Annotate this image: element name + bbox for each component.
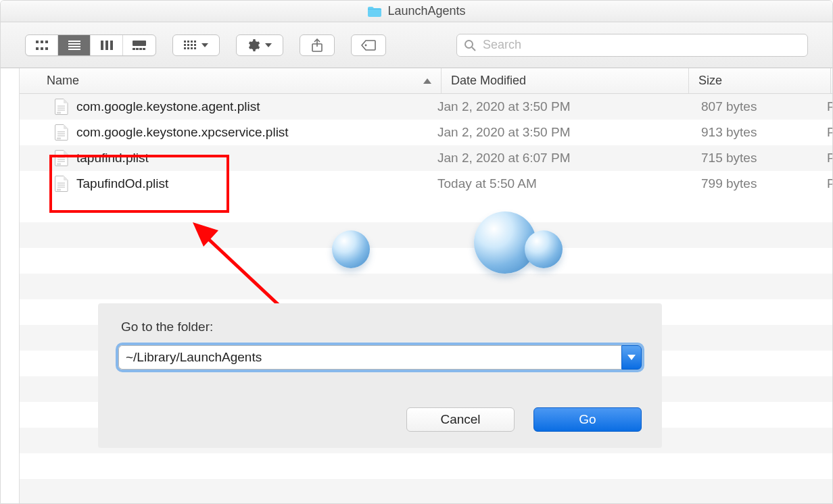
svg-rect-48 xyxy=(57,189,61,191)
chevron-down-icon xyxy=(265,43,272,47)
go-to-folder-combo xyxy=(118,345,642,370)
file-kind: Pr xyxy=(812,99,832,114)
finder-window: LaunchAgents xyxy=(0,0,833,504)
file-date: Jan 2, 2020 at 3:50 PM xyxy=(423,99,670,114)
svg-rect-12 xyxy=(110,41,113,50)
file-date: Jan 2, 2020 at 3:50 PM xyxy=(423,125,670,140)
view-list-button[interactable] xyxy=(58,35,91,55)
svg-rect-20 xyxy=(191,41,193,43)
share-icon xyxy=(312,39,323,52)
search-input[interactable] xyxy=(481,37,801,53)
go-to-folder-label: Go to the folder: xyxy=(118,320,642,334)
action-menu-button[interactable] xyxy=(236,34,283,56)
svg-rect-21 xyxy=(194,41,196,43)
go-button-label: Go xyxy=(579,412,596,427)
svg-rect-29 xyxy=(194,47,196,49)
window-title: LaunchAgents xyxy=(387,4,465,18)
file-row[interactable]: com.google.keystone.agent.plistJan 2, 20… xyxy=(20,94,832,120)
search-field[interactable] xyxy=(456,34,808,57)
file-kind: Pr xyxy=(812,125,832,140)
titlebar: LaunchAgents xyxy=(1,1,832,22)
go-button[interactable]: Go xyxy=(533,407,642,432)
file-row[interactable]: tapufind.plistJan 2, 2020 at 6:07 PM715 … xyxy=(20,145,832,171)
cancel-button-label: Cancel xyxy=(440,412,480,427)
svg-rect-44 xyxy=(57,163,61,166)
cancel-button[interactable]: Cancel xyxy=(406,407,515,432)
svg-rect-23 xyxy=(187,44,189,46)
column-date-header[interactable]: Date Modified xyxy=(442,68,689,93)
file-size: 913 bytes xyxy=(670,125,812,140)
chevron-down-icon xyxy=(627,355,636,360)
svg-point-32 xyxy=(465,41,473,48)
svg-rect-2 xyxy=(45,41,48,43)
arrange-menu-button[interactable] xyxy=(172,34,220,56)
svg-rect-40 xyxy=(57,138,61,140)
tags-button[interactable] xyxy=(351,34,386,56)
sort-indicator-icon xyxy=(423,78,431,84)
search-icon xyxy=(464,39,476,51)
svg-rect-24 xyxy=(191,44,193,46)
column-date-label: Date Modified xyxy=(451,74,526,88)
sidebar-gutter xyxy=(1,68,20,503)
go-to-folder-input[interactable] xyxy=(118,345,621,370)
view-gallery-button[interactable] xyxy=(123,35,156,55)
chevron-down-icon xyxy=(201,43,208,47)
share-button[interactable] xyxy=(300,34,335,56)
file-row[interactable]: TapufindOd.plistToday at 5:50 AM799 byte… xyxy=(20,171,832,197)
svg-rect-8 xyxy=(68,46,80,47)
svg-rect-9 xyxy=(68,49,80,50)
toolbar xyxy=(1,22,832,68)
file-kind: Pr xyxy=(812,151,832,166)
svg-rect-17 xyxy=(143,48,145,50)
file-size: 799 bytes xyxy=(670,176,812,191)
folder-icon xyxy=(367,5,382,18)
file-date: Jan 2, 2020 at 6:07 PM xyxy=(423,151,670,166)
go-to-folder-dropdown-button[interactable] xyxy=(621,345,642,370)
svg-rect-11 xyxy=(105,41,108,50)
file-name: tapufind.plist xyxy=(76,151,149,166)
svg-rect-4 xyxy=(41,47,43,50)
grid-icon xyxy=(184,41,196,50)
svg-rect-18 xyxy=(184,41,186,43)
svg-rect-26 xyxy=(184,47,186,49)
svg-rect-7 xyxy=(68,43,80,45)
svg-rect-10 xyxy=(101,41,103,50)
column-size-label: Size xyxy=(698,74,722,88)
file-size: 715 bytes xyxy=(670,151,812,166)
svg-rect-6 xyxy=(68,41,80,42)
svg-rect-3 xyxy=(36,47,39,50)
go-to-folder-sheet: Go to the folder: Cancel Go xyxy=(98,303,662,448)
column-name-label: Name xyxy=(47,74,79,88)
svg-rect-14 xyxy=(133,48,135,50)
plist-file-icon xyxy=(55,99,68,115)
plist-file-icon xyxy=(55,176,68,192)
svg-rect-5 xyxy=(45,47,48,50)
file-name: com.google.keystone.agent.plist xyxy=(76,99,260,114)
svg-rect-36 xyxy=(57,112,61,114)
view-mode-segment xyxy=(25,34,156,56)
svg-rect-19 xyxy=(187,41,189,43)
file-kind: Pr xyxy=(812,176,832,191)
svg-rect-22 xyxy=(184,44,186,46)
plist-file-icon xyxy=(55,124,68,141)
file-name: TapufindOd.plist xyxy=(76,176,168,191)
svg-rect-13 xyxy=(133,41,146,46)
svg-rect-1 xyxy=(41,41,43,43)
column-name-header[interactable]: Name xyxy=(20,68,442,93)
column-size-header[interactable]: Size xyxy=(689,68,831,93)
column-header-row: Name Date Modified Size Kin xyxy=(20,68,832,94)
file-row[interactable]: com.google.keystone.xpcservice.plistJan … xyxy=(20,120,832,145)
file-date: Today at 5:50 AM xyxy=(423,176,670,191)
svg-rect-28 xyxy=(191,47,193,49)
svg-rect-0 xyxy=(36,41,39,43)
svg-rect-25 xyxy=(194,44,196,46)
plist-file-icon xyxy=(55,150,68,166)
gear-icon xyxy=(247,39,260,51)
svg-rect-27 xyxy=(187,47,189,49)
view-columns-button[interactable] xyxy=(91,35,123,55)
view-icons-button[interactable] xyxy=(26,35,58,55)
svg-point-31 xyxy=(365,44,367,46)
file-name: com.google.keystone.xpcservice.plist xyxy=(76,125,289,140)
tag-icon xyxy=(361,40,376,51)
svg-rect-16 xyxy=(139,48,142,50)
